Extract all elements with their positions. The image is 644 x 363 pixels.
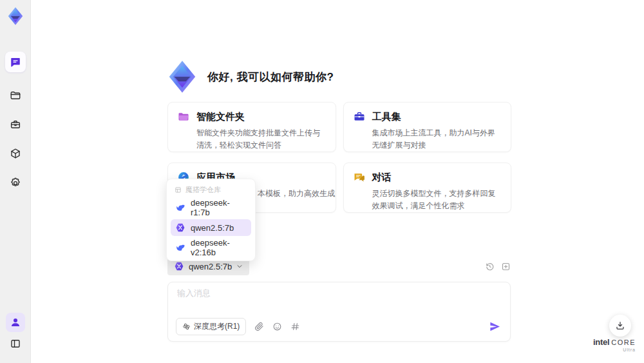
dialog-icon: [353, 171, 366, 184]
model-option-label: qwen2.5:7b: [191, 223, 234, 233]
intel-core-badge: intel CORE Ultra: [593, 338, 636, 352]
repo-icon: [175, 186, 182, 193]
sidebar-item-chat[interactable]: [5, 52, 26, 72]
send-icon[interactable]: [489, 320, 501, 333]
model-option-label: deepseek-v2:16b: [191, 238, 247, 257]
gear-icon: [10, 177, 21, 189]
sidebar-item-account[interactable]: [6, 313, 25, 332]
intel-logo-text: intel: [593, 338, 609, 346]
chevron-down-icon: [236, 263, 243, 270]
sidebar-item-settings[interactable]: [5, 173, 26, 193]
card-description: 灵活切换多模型文件，支持多样回复效果调试，满足个性化需求: [372, 188, 502, 211]
chat-icon: [10, 56, 21, 68]
card-title: 智能文件夹: [196, 111, 245, 123]
prompt-grid-icon[interactable]: [290, 322, 300, 331]
intel-ultra-text: Ultra: [593, 348, 636, 352]
greeting-logo-icon: [165, 59, 200, 94]
deep-think-label: 深度思考(R1): [194, 321, 240, 332]
greeting: 你好, 我可以如何帮助你?: [165, 59, 334, 94]
greeting-title: 你好, 我可以如何帮助你?: [207, 70, 334, 84]
briefcase-icon: [10, 119, 21, 130]
model-option-qwen[interactable]: qwen2.5:7b: [171, 219, 251, 236]
atom-icon: [182, 322, 191, 331]
sidebar-item-tools[interactable]: [5, 114, 26, 135]
message-input[interactable]: [177, 288, 499, 312]
model-option-label: deepseek-r1:7b: [191, 198, 247, 217]
sidebar: [0, 0, 31, 363]
attachment-icon[interactable]: [254, 322, 264, 331]
model-selector-label: qwen2.5:7b: [189, 262, 232, 271]
card-title: 对话: [372, 172, 392, 184]
download-button[interactable]: [609, 315, 631, 337]
history-icon[interactable]: [485, 262, 495, 271]
composer: 深度思考(R1): [167, 282, 511, 342]
qwen-icon: [175, 222, 185, 233]
sidebar-item-folders[interactable]: [5, 85, 26, 106]
deepseek-icon: [175, 202, 185, 213]
intel-core-text: CORE: [611, 339, 636, 346]
smart-folder-icon: [177, 110, 190, 123]
model-dropdown-header-label: 魔搭学仓库: [185, 185, 221, 195]
card-smart-folder[interactable]: 智能文件夹 智能文件夹功能支持批量文件上传与清洗，轻松实现文件问答: [167, 102, 336, 152]
deepseek-icon: [175, 242, 185, 253]
app-window: 你好, 我可以如何帮助你? 智能文件夹 智能文件夹功能支持批量文件上传与清洗，轻…: [0, 0, 644, 363]
model-option-deepseek-r1[interactable]: deepseek-r1:7b: [171, 199, 251, 216]
qwen-icon: [174, 261, 184, 271]
folder-icon: [10, 90, 21, 101]
model-dropdown-header: 魔搭学仓库: [171, 184, 251, 199]
card-title: 工具集: [372, 111, 401, 123]
model-option-deepseek-v2[interactable]: deepseek-v2:16b: [171, 239, 251, 256]
panel-icon: [10, 338, 21, 349]
new-chat-icon[interactable]: [501, 262, 511, 271]
cube-icon: [10, 148, 21, 159]
main-area: 你好, 我可以如何帮助你? 智能文件夹 智能文件夹功能支持批量文件上传与清洗，轻…: [31, 0, 644, 363]
sidebar-item-models[interactable]: [5, 143, 26, 164]
sidebar-item-collapse[interactable]: [5, 333, 26, 354]
deep-think-toggle[interactable]: 深度思考(R1): [176, 318, 246, 335]
app-logo-icon: [6, 6, 25, 26]
user-icon: [10, 317, 21, 328]
card-description-visible: 本模板，助力高效生成多: [258, 188, 336, 199]
card-dialog[interactable]: 对话 灵活切换多模型文件，支持多样回复效果调试，满足个性化需求: [343, 162, 512, 213]
toolbox-icon: [353, 110, 366, 123]
card-toolset[interactable]: 工具集 集成市场上主流工具，助力AI与外界无缝扩展与对接: [343, 102, 512, 152]
card-description: 集成市场上主流工具，助力AI与外界无缝扩展与对接: [372, 127, 502, 151]
emoji-icon[interactable]: [272, 322, 282, 331]
card-description: 智能文件夹功能支持批量文件上传与清洗，轻松实现文件问答: [196, 127, 327, 151]
download-icon: [615, 320, 625, 331]
model-dropdown: 魔搭学仓库 deepseek-r1:7b qwen2.5:7b deepseek…: [166, 179, 256, 261]
composer-toolbar: 深度思考(R1): [176, 318, 501, 335]
